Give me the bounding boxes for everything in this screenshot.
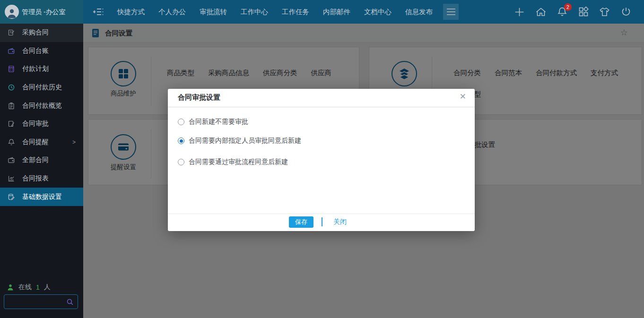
notifications-bell-icon[interactable]: 2: [556, 6, 568, 18]
online-status: 在线1人: [7, 283, 51, 292]
sidebar-item-payment-history[interactable]: 合同付款历史: [0, 78, 83, 97]
theme-shirt-icon[interactable]: [599, 6, 610, 18]
sidebar-item-payment-plan[interactable]: 付款计划: [0, 60, 83, 78]
sidebar-item-label: 全部合同: [22, 156, 49, 164]
sidebar-search-input[interactable]: [4, 294, 78, 309]
collapse-menu-icon[interactable]: [92, 6, 104, 17]
online-label: 在线: [18, 283, 32, 292]
clock-icon: [8, 84, 15, 91]
online-user-icon: [7, 284, 14, 291]
add-icon[interactable]: [513, 6, 525, 18]
save-button[interactable]: 保存: [289, 216, 313, 228]
contract-approval-settings-dialog: 合同审批设置 ✕ 合同新建不需要审批 合同需要内部指定人员审批同意后新建 合同需…: [168, 89, 475, 231]
sidebar-item-label: 采购合同: [22, 28, 49, 37]
sidebar-item-label: 合同提醒: [22, 138, 49, 146]
avatar: [5, 5, 19, 19]
user-icon: [6, 8, 17, 19]
sidebar-item-contract-reports[interactable]: 合同报表: [0, 170, 83, 188]
search-icon[interactable]: [66, 298, 74, 306]
sidebar-item-contract-reminder[interactable]: 合同提醒 >: [0, 133, 83, 152]
chevron-right-icon: >: [72, 139, 76, 146]
topbar-icon-group: 2: [513, 0, 632, 24]
nav-item-personal-office[interactable]: 个人办公: [158, 0, 186, 24]
chart-icon: [8, 175, 15, 182]
sidebar: 采购合同 合同台账 付款计划 合同付款历史 合同付款概览: [0, 24, 83, 318]
nav-item-approval-flow[interactable]: 审批流转: [200, 0, 227, 24]
button-separator: [322, 217, 322, 226]
nav-item-internal-mail[interactable]: 内部邮件: [323, 0, 350, 24]
wallet-icon: [8, 47, 15, 55]
option-label: 合同新建不需要审批: [189, 118, 248, 126]
top-bar: 管理员 -办公室 快捷方式 个人办公 审批流转 工作中心 工作任务 内部邮件 文…: [0, 0, 644, 24]
main-nav: 快捷方式 个人办公 审批流转 工作中心 工作任务 内部邮件 文档中心 信息发布: [117, 0, 433, 24]
dialog-title: 合同审批设置: [178, 93, 220, 102]
database-icon: [8, 193, 15, 201]
sidebar-item-label: 基础数据设置: [22, 193, 62, 201]
close-button[interactable]: 关闭: [333, 218, 347, 226]
option-label: 合同需要内部指定人员审批同意后新建: [189, 137, 301, 145]
nav-item-work-tasks[interactable]: 工作任务: [282, 0, 309, 24]
sidebar-item-label: 合同台账: [22, 47, 49, 55]
radio-selected[interactable]: [178, 138, 184, 144]
sidebar-item-base-data-settings[interactable]: 基础数据设置: [0, 188, 83, 206]
sidebar-item-label: 合同付款概览: [22, 102, 62, 110]
nav-item-document-center[interactable]: 文档中心: [364, 0, 392, 24]
logout-power-icon[interactable]: [620, 6, 632, 18]
radio-unselected[interactable]: [178, 159, 184, 165]
close-icon[interactable]: ✕: [460, 92, 466, 102]
option-internal-assigned-approval[interactable]: 合同需要内部指定人员审批同意后新建: [178, 137, 301, 145]
calculator-icon: [8, 65, 15, 73]
more-menu-icon[interactable]: [443, 4, 459, 20]
wallet-icon: [8, 156, 15, 164]
dialog-footer-divider: [168, 214, 475, 214]
home-icon[interactable]: [535, 6, 547, 18]
sidebar-item-contract-approval[interactable]: 合同审批: [0, 115, 83, 133]
sidebar-item-label: 合同付款历史: [22, 83, 62, 92]
nav-item-shortcuts[interactable]: 快捷方式: [117, 0, 145, 24]
notification-badge: 2: [564, 3, 572, 11]
user-name: 管理员 -办公室: [22, 0, 66, 24]
online-unit: 人: [44, 283, 51, 292]
sidebar-item-purchase-contract[interactable]: 采购合同: [0, 24, 83, 42]
clipboard-icon: [8, 102, 15, 110]
sidebar-item-contract-ledger[interactable]: 合同台账: [0, 42, 83, 60]
document-edit-icon: [8, 29, 15, 36]
online-count: 1: [36, 284, 40, 291]
sidebar-item-label: 付款计划: [22, 65, 49, 73]
user-block[interactable]: 管理员 -办公室: [0, 0, 83, 24]
radio-unselected[interactable]: [178, 119, 184, 125]
option-workflow-approval[interactable]: 合同需要通过审批流程同意后新建: [178, 158, 288, 166]
sidebar-item-all-contracts[interactable]: 全部合同: [0, 151, 83, 170]
nav-item-work-center[interactable]: 工作中心: [241, 0, 268, 24]
sidebar-item-payment-overview[interactable]: 合同付款概览: [0, 96, 83, 115]
option-label: 合同需要通过审批流程同意后新建: [189, 158, 288, 166]
sidebar-item-label: 合同审批: [22, 120, 49, 128]
bell-icon: [8, 138, 15, 146]
dialog-header-divider: [168, 107, 475, 107]
option-no-approval[interactable]: 合同新建不需要审批: [178, 118, 248, 126]
document-sign-icon: [8, 120, 15, 128]
sidebar-item-label: 合同报表: [22, 174, 49, 183]
apps-grid-icon[interactable]: [577, 6, 589, 18]
nav-item-info-publish[interactable]: 信息发布: [405, 0, 433, 24]
